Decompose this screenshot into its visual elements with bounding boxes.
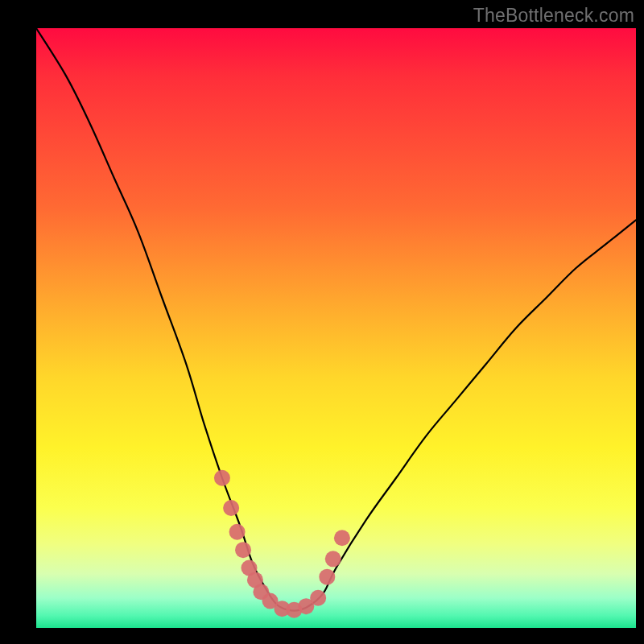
curve-marker xyxy=(325,551,341,567)
curve-marker xyxy=(214,470,230,486)
curve-marker xyxy=(319,569,335,585)
curve-markers xyxy=(214,470,350,618)
curve-marker xyxy=(334,530,350,546)
watermark-text: TheBottleneck.com xyxy=(473,5,634,27)
curve-marker xyxy=(235,542,251,558)
chart-svg xyxy=(36,28,636,628)
plot-area xyxy=(36,28,636,628)
curve-marker xyxy=(223,500,239,516)
curve-marker xyxy=(310,590,326,606)
curve-marker xyxy=(229,524,246,540)
bottleneck-curve xyxy=(36,28,636,611)
chart-frame: TheBottleneck.com xyxy=(0,0,644,644)
